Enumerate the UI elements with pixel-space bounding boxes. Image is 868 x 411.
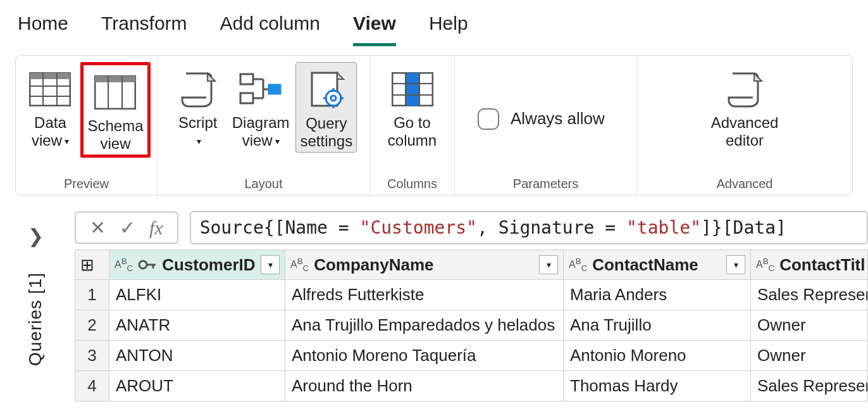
column-header-contacttitle[interactable]: ABC ContactTitl — [751, 250, 868, 280]
tab-view[interactable]: View — [353, 13, 396, 46]
formula-bar: ✕ ✓ fx Source{[Name = "Customers", Signa… — [75, 211, 868, 244]
go-to-column-button[interactable]: Go to column — [384, 62, 440, 151]
svg-point-19 — [331, 96, 336, 101]
group-label-parameters: Parameters — [513, 175, 578, 191]
advanced-editor-button[interactable]: Advanced editor — [707, 62, 783, 151]
diagram-view-button[interactable]: Diagram view▾ — [228, 62, 294, 151]
data-view-icon — [29, 65, 71, 114]
table-icon: ⊞ — [80, 255, 94, 275]
svg-rect-10 — [240, 74, 253, 84]
type-text-icon: ABC — [115, 256, 133, 273]
advanced-editor-icon — [724, 65, 766, 114]
table-row[interactable]: 3 ANTON Antonio Moreno Taquería Antonio … — [75, 341, 868, 371]
schema-view-icon — [94, 68, 136, 117]
group-label-columns: Columns — [387, 175, 437, 191]
diagram-view-icon — [238, 65, 283, 114]
script-button[interactable]: Script ▾ — [170, 62, 226, 151]
group-label-layout: Layout — [244, 175, 282, 191]
svg-rect-12 — [268, 84, 281, 94]
column-dropdown-icon[interactable]: ▾ — [261, 255, 280, 274]
table-corner[interactable]: ⊞ — [75, 250, 109, 280]
queries-pane-label[interactable]: Queries [1] — [25, 272, 46, 366]
column-dropdown-icon[interactable]: ▾ — [726, 255, 745, 274]
tab-add-column[interactable]: Add column — [220, 13, 320, 46]
always-allow-checkbox[interactable] — [478, 108, 499, 130]
type-text-icon: ABC — [290, 256, 309, 273]
tab-help[interactable]: Help — [429, 13, 468, 46]
svg-rect-11 — [240, 93, 253, 103]
ribbon-group-columns: Go to column Columns — [370, 56, 455, 195]
svg-point-30 — [139, 261, 147, 269]
table-row[interactable]: 4 AROUT Around the Horn Thomas Hardy Sal… — [75, 371, 868, 402]
chevron-down-icon: ▾ — [65, 136, 69, 146]
queries-pane-collapsed: ❯ Queries [1] — [0, 211, 71, 402]
column-header-companyname[interactable]: ABC CompanyName ▾ — [285, 250, 564, 280]
cancel-formula-icon[interactable]: ✕ — [90, 217, 106, 239]
group-label-preview: Preview — [64, 175, 109, 191]
key-icon — [138, 258, 157, 271]
query-settings-icon — [306, 65, 347, 115]
svg-rect-1 — [30, 73, 70, 79]
tab-transform[interactable]: Transform — [101, 13, 187, 46]
type-text-icon: ABC — [756, 256, 774, 273]
formula-input[interactable]: Source{[Name = "Customers", Signature = … — [190, 211, 868, 244]
ribbon: Data view▾ Schema view Preview Script ▾ — [15, 55, 853, 196]
commit-formula-icon[interactable]: ✓ — [120, 217, 135, 239]
schema-view-button[interactable]: Schema view — [80, 62, 150, 158]
fx-icon[interactable]: fx — [149, 217, 163, 239]
type-text-icon: ABC — [569, 256, 587, 273]
expand-queries-icon[interactable]: ❯ — [28, 225, 44, 247]
ribbon-group-layout: Script ▾ Diagram view▾ Query settings La… — [158, 56, 370, 195]
data-view-button[interactable]: Data view▾ — [22, 62, 78, 151]
ribbon-group-advanced: Advanced editor Advanced — [637, 56, 852, 195]
query-settings-button[interactable]: Query settings — [295, 62, 357, 153]
chevron-down-icon: ▾ — [197, 136, 201, 146]
table-row[interactable]: 2 ANATR Ana Trujillo Emparedados y helad… — [75, 310, 868, 341]
tab-home[interactable]: Home — [18, 13, 68, 46]
ribbon-tabs: Home Transform Add column View Help — [0, 0, 868, 46]
ribbon-group-parameters: Always allow Parameters — [455, 56, 637, 195]
column-header-customerid[interactable]: ABC CustomerID ▾ — [109, 250, 285, 280]
svg-rect-25 — [406, 73, 419, 106]
script-icon — [177, 65, 219, 114]
always-allow-label: Always allow — [511, 109, 605, 129]
table-row[interactable]: 1 ALFKI Alfreds Futterkiste Maria Anders… — [75, 280, 868, 310]
column-dropdown-icon[interactable]: ▾ — [539, 255, 558, 274]
data-preview-table: ⊞ ABC CustomerID ▾ — [75, 250, 868, 402]
svg-rect-7 — [95, 76, 135, 82]
column-header-contactname[interactable]: ABC ContactName ▾ — [564, 250, 751, 280]
chevron-down-icon: ▾ — [275, 136, 280, 146]
group-label-advanced: Advanced — [717, 175, 773, 191]
ribbon-group-preview: Data view▾ Schema view Preview — [16, 56, 158, 195]
go-to-column-icon — [392, 65, 433, 114]
workspace: ❯ Queries [1] ✕ ✓ fx Source{[Name = "Cus… — [0, 211, 868, 402]
